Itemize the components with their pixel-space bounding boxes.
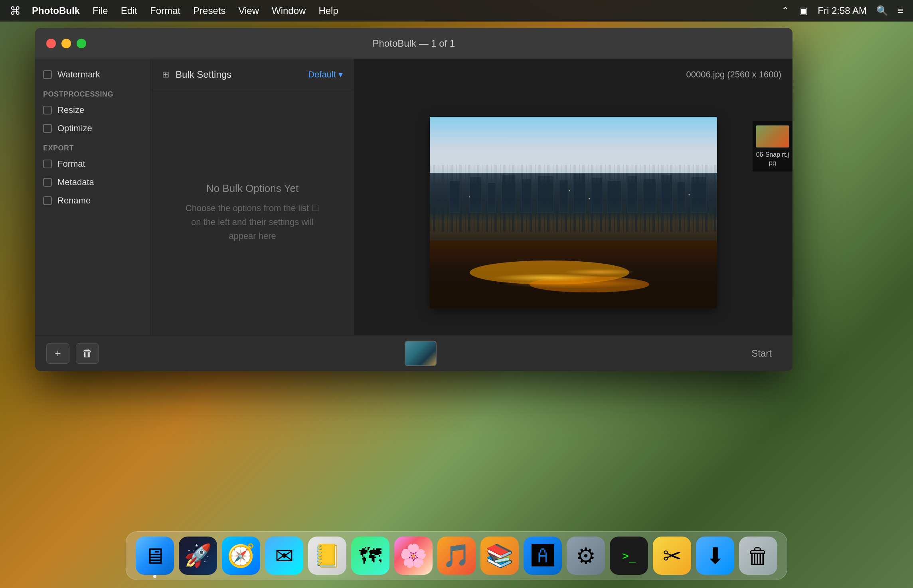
preview-filename: 00006.jpg (2560 x 1600) bbox=[686, 69, 781, 80]
dock-rocket[interactable]: 🚀 bbox=[179, 537, 217, 575]
start-button[interactable]: Start bbox=[742, 343, 781, 364]
svg-rect-24 bbox=[559, 180, 568, 213]
svg-point-4 bbox=[470, 260, 629, 284]
bulk-settings-icon: ⊞ bbox=[162, 69, 169, 80]
settings-icon: ⚙ bbox=[576, 543, 596, 569]
watermark-label: Watermark bbox=[57, 69, 100, 80]
preview-image bbox=[430, 117, 717, 308]
dock-maps[interactable]: 🗺 bbox=[351, 537, 389, 575]
menu-icon-1: ⌃ bbox=[781, 5, 789, 16]
trash-icon: 🗑 bbox=[747, 543, 769, 569]
metadata-label: Metadata bbox=[57, 177, 94, 187]
menu-list-icon[interactable]: ≡ bbox=[898, 5, 903, 16]
dock-downloads[interactable]: ⬇ bbox=[696, 537, 734, 575]
sidebar-item-rename[interactable]: Rename bbox=[35, 191, 150, 210]
dock-terminal[interactable]: >_ bbox=[610, 537, 648, 575]
menubar: ⌘ PhotoBulk File Edit Format Presets Vie… bbox=[0, 0, 913, 22]
menubar-view[interactable]: View bbox=[238, 5, 259, 16]
dock-appstore[interactable]: 🅰 bbox=[524, 537, 562, 575]
dock-settings[interactable]: ⚙ bbox=[567, 537, 605, 575]
menubar-presets[interactable]: Presets bbox=[193, 5, 225, 16]
svg-point-5 bbox=[530, 276, 649, 292]
format-checkbox[interactable] bbox=[43, 160, 52, 168]
dock: 🖥 🚀 🧭 ✉ 📒 🗺 🌸 🎵 📚 🅰 ⚙ >_ ✂ ⬇ 🗑 bbox=[126, 531, 787, 580]
dock-scissors[interactable]: ✂ bbox=[653, 537, 691, 575]
svg-rect-32 bbox=[691, 177, 706, 213]
metadata-checkbox[interactable] bbox=[43, 178, 52, 187]
resize-checkbox[interactable] bbox=[43, 106, 52, 114]
delete-button[interactable]: 🗑 bbox=[76, 343, 99, 364]
dock-contacts[interactable]: 📒 bbox=[308, 537, 346, 575]
menubar-right: ⌃ ▣ Fri 2:58 AM 🔍 ≡ bbox=[781, 5, 903, 16]
books-icon: 📚 bbox=[486, 543, 514, 569]
default-dropdown[interactable]: Default ▾ bbox=[308, 69, 343, 80]
menubar-edit[interactable]: Edit bbox=[121, 5, 137, 16]
apple-menu-icon[interactable]: ⌘ bbox=[10, 4, 21, 18]
rename-checkbox[interactable] bbox=[43, 196, 52, 205]
svg-rect-30 bbox=[661, 175, 672, 213]
svg-point-11 bbox=[569, 190, 570, 191]
menubar-window[interactable]: Window bbox=[272, 5, 306, 16]
sidebar-item-optimize[interactable]: Optimize bbox=[35, 119, 150, 138]
watermark-checkbox[interactable] bbox=[43, 70, 52, 79]
finder-dot bbox=[153, 575, 156, 578]
sidebar-item-watermark[interactable]: Watermark bbox=[35, 65, 150, 84]
thumbnail-label: 06-Snap rt.jpg bbox=[756, 151, 789, 168]
thumbnail-image[interactable] bbox=[756, 125, 789, 148]
dock-music[interactable]: 🎵 bbox=[437, 537, 476, 575]
svg-rect-31 bbox=[677, 182, 685, 213]
optimize-checkbox[interactable] bbox=[43, 124, 52, 133]
appstore-icon: 🅰 bbox=[532, 543, 554, 569]
menu-icon-2: ▣ bbox=[799, 5, 808, 16]
bulk-settings-title: Bulk Settings bbox=[176, 69, 231, 80]
current-photo-thumbnail[interactable] bbox=[405, 341, 437, 366]
dock-safari[interactable]: 🧭 bbox=[222, 537, 260, 575]
preview-image-area: 06-Snap rt.jpg bbox=[354, 90, 792, 335]
svg-rect-25 bbox=[573, 174, 585, 213]
scissors-icon: ✂ bbox=[663, 543, 682, 569]
menubar-help[interactable]: Help bbox=[318, 5, 338, 16]
no-options-desc: Choose the options from the list ☐ on th… bbox=[185, 201, 320, 243]
music-icon: 🎵 bbox=[443, 543, 470, 569]
close-button[interactable] bbox=[46, 39, 56, 48]
menubar-file[interactable]: File bbox=[93, 5, 108, 16]
dock-photos[interactable]: 🌸 bbox=[394, 537, 433, 575]
settings-panel: ⊞ Bulk Settings Default ▾ No Bulk Option… bbox=[151, 59, 354, 335]
export-section: EXPORT bbox=[35, 138, 150, 155]
preview-header: 00006.jpg (2560 x 1600) bbox=[354, 59, 792, 90]
finder-icon: 🖥 bbox=[144, 543, 166, 569]
titlebar: PhotoBulk — 1 of 1 bbox=[35, 28, 792, 59]
menubar-format[interactable]: Format bbox=[150, 5, 180, 16]
menubar-items: PhotoBulk File Edit Format Presets View … bbox=[32, 5, 781, 16]
menubar-photobulk[interactable]: PhotoBulk bbox=[32, 5, 80, 16]
svg-rect-18 bbox=[450, 181, 460, 213]
optimize-label: Optimize bbox=[57, 123, 92, 134]
add-button[interactable]: + bbox=[46, 343, 69, 364]
dock-finder[interactable]: 🖥 bbox=[136, 537, 174, 575]
dock-trash[interactable]: 🗑 bbox=[739, 537, 777, 575]
menubar-clock: Fri 2:58 AM bbox=[818, 5, 867, 16]
format-label: Format bbox=[57, 159, 85, 169]
settings-header: ⊞ Bulk Settings Default ▾ bbox=[151, 59, 354, 90]
contacts-icon: 📒 bbox=[313, 543, 341, 569]
photos-icon: 🌸 bbox=[399, 543, 427, 569]
svg-point-17 bbox=[689, 194, 690, 195]
maps-icon: 🗺 bbox=[359, 543, 381, 569]
svg-rect-27 bbox=[607, 181, 621, 213]
resize-label: Resize bbox=[57, 105, 84, 115]
search-icon[interactable]: 🔍 bbox=[876, 5, 888, 16]
dock-mail[interactable]: ✉ bbox=[265, 537, 303, 575]
safari-icon: 🧭 bbox=[227, 543, 255, 569]
no-options-title: No Bulk Options Yet bbox=[206, 182, 298, 195]
maximize-button[interactable] bbox=[77, 39, 86, 48]
thumbnail-strip: 06-Snap rt.jpg bbox=[753, 121, 792, 172]
settings-content: No Bulk Options Yet Choose the options f… bbox=[151, 90, 354, 335]
sidebar-item-format[interactable]: Format bbox=[35, 155, 150, 173]
sidebar-item-metadata[interactable]: Metadata bbox=[35, 173, 150, 191]
svg-rect-3 bbox=[430, 241, 717, 308]
sidebar-item-resize[interactable]: Resize bbox=[35, 101, 150, 119]
svg-rect-19 bbox=[470, 177, 482, 213]
rename-label: Rename bbox=[57, 195, 91, 206]
minimize-button[interactable] bbox=[61, 39, 71, 48]
dock-books[interactable]: 📚 bbox=[480, 537, 519, 575]
